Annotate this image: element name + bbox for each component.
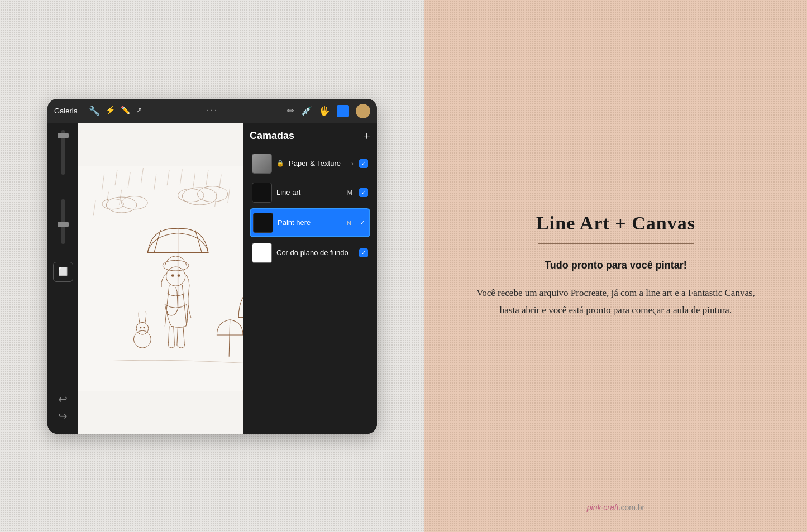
svg-point-32 [143,327,145,328]
main-content: ⬜ ↩ ↪ [47,123,377,434]
smudge-icon[interactable]: 🖐 [319,106,330,116]
checkmark-icon: ✓ [361,160,366,166]
arrow-icon[interactable]: ↗ [136,107,142,116]
toolbar: Galeria 🔧 ⚡ ✏️ ↗ ··· ✏ 💉 🖐 [47,99,377,123]
add-layer-button[interactable]: + [364,130,370,142]
layer-item-lineart[interactable]: Line art M ✓ [250,179,370,206]
transform-button[interactable]: ⬜ [53,262,73,282]
layer-mode-paint: N [347,219,351,226]
gallery-button[interactable]: Galeria [54,107,78,115]
ipad-mockup: Galeria 🔧 ⚡ ✏️ ↗ ··· ✏ 💉 🖐 [47,99,377,434]
svg-point-27 [171,274,174,277]
main-title: Line Art + Canvas [536,213,695,234]
branding: pink craft.com.br [587,503,645,512]
chevron-icon: › [351,160,354,167]
layer-name-bg: Cor do plano de fundo [276,248,355,257]
layers-icon[interactable] [337,105,349,117]
svg-rect-0 [78,166,243,391]
toolbar-more[interactable]: ··· [206,105,219,117]
checkmark-icon: ✓ [361,250,366,256]
brush-icon[interactable]: ✏ [287,106,294,116]
eraser-icon[interactable]: ✏️ [121,107,130,116]
subtitle: Tudo pronto para você pintar! [545,260,687,271]
magic-wand-icon[interactable]: ⚡ [106,107,115,116]
layers-title: Camadas [250,130,294,142]
layer-thumbnail-bg [252,243,272,263]
layer-item-background[interactable]: Cor do plano de fundo ✓ [250,239,370,266]
layer-mode-lineart: M [347,189,352,196]
right-panel: Line Art + Canvas Tudo pronto para você … [424,0,807,532]
layers-panel: Camadas + 🔒 Paper & Texture › ✓ Line [243,123,377,434]
undo-redo-group: ↩ ↪ [58,392,68,423]
opacity-slider[interactable] [61,199,65,244]
eyedropper-icon[interactable]: 💉 [301,106,312,116]
title-divider [538,243,694,244]
layers-header: Camadas + [250,130,370,142]
lock-icon: 🔒 [276,160,284,167]
slider-thumb-top [58,133,69,138]
square-icon: ⬜ [58,267,68,276]
layer-name-paint: Paint here [278,218,342,227]
layer-item-paper[interactable]: 🔒 Paper & Texture › ✓ [250,150,370,177]
wrench-icon[interactable]: 🔧 [89,107,100,116]
drawing-canvas [78,123,243,434]
slider-thumb-bottom [58,222,69,227]
layer-thumbnail-paper [252,154,272,174]
toolbar-icons: 🔧 ⚡ ✏️ ↗ [89,107,142,116]
layer-name-lineart: Line art [276,188,343,196]
checkmark-icon: ✓ [360,219,365,226]
svg-point-31 [140,327,141,328]
tools-sidebar: ⬜ ↩ ↪ [47,123,78,434]
redo-button[interactable]: ↪ [58,409,68,423]
brand-suffix: .com.br [619,503,645,512]
layer-name-paper: Paper & Texture [289,159,347,167]
toolbar-right: ✏ 💉 🖐 [287,104,370,118]
brand-name: pink craft [587,503,619,512]
layer-checkbox-lineart[interactable]: ✓ [359,188,368,197]
layer-item-paint[interactable]: Paint here N ✓ [250,208,370,237]
layer-thumbnail-lineart [252,183,272,203]
layer-thumbnail-paint [253,213,273,233]
layer-checkbox-bg[interactable]: ✓ [359,248,368,257]
canvas-area[interactable] [78,123,243,434]
left-panel: Galeria 🔧 ⚡ ✏️ ↗ ··· ✏ 💉 🖐 [0,0,424,532]
layer-checkbox-paper[interactable]: ✓ [359,159,368,168]
description: Você recebe um arquivo Procreate, já com… [469,285,762,319]
color-swatch[interactable] [356,104,370,118]
undo-button[interactable]: ↩ [58,392,68,406]
layer-checkbox-paint[interactable]: ✓ [358,218,367,227]
toolbar-left: Galeria 🔧 ⚡ ✏️ ↗ [54,107,142,116]
checkmark-icon: ✓ [361,189,366,195]
svg-point-28 [178,274,180,277]
brush-size-slider[interactable] [61,130,65,175]
